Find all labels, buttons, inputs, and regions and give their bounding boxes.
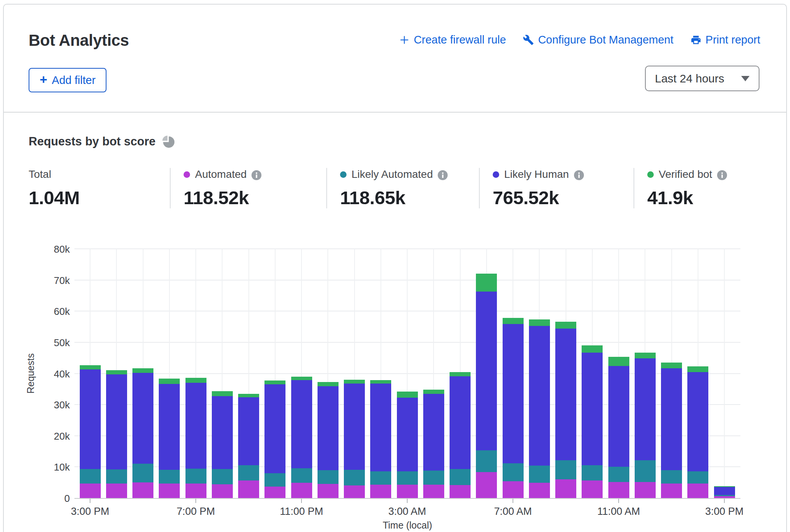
bar-segment-likely-automated	[661, 470, 682, 484]
chart-bar[interactable]	[212, 391, 233, 498]
stat-total: Total1.04M	[29, 168, 170, 208]
info-icon[interactable]	[438, 170, 448, 180]
time-range-select[interactable]: Last 24 hours	[645, 66, 759, 91]
info-icon[interactable]	[717, 170, 727, 180]
chart-bar[interactable]	[397, 392, 418, 498]
bar-segment-likely-automated	[397, 471, 418, 485]
chart-bar[interactable]	[344, 380, 365, 498]
chart-bar[interactable]	[687, 366, 708, 498]
bar-segment-likely-automated	[423, 471, 444, 485]
chart-bar[interactable]	[185, 378, 206, 498]
chart-bar[interactable]	[291, 377, 312, 498]
chart-bar[interactable]	[106, 370, 127, 498]
chart-bar[interactable]	[132, 368, 153, 498]
bar-segment-likely-human	[106, 374, 127, 469]
wrench-icon	[523, 34, 534, 45]
bar-segment-likely-automated	[238, 465, 259, 480]
add-filter-label: Add filter	[52, 74, 95, 87]
chart-bar[interactable]	[80, 365, 101, 498]
bar-segment-likely-human	[450, 376, 471, 469]
x-axis-tick-label: 7:00 PM	[163, 506, 228, 517]
x-axis-tick	[301, 499, 302, 503]
add-filter-button[interactable]: + Add filter	[29, 68, 106, 92]
bar-segment-likely-human	[529, 326, 550, 466]
bar-segment-automated	[476, 472, 497, 498]
bar-segment-likely-human	[608, 366, 629, 467]
info-icon[interactable]	[252, 170, 261, 180]
bar-segment-automated	[450, 485, 471, 498]
y-axis-title: Requests	[25, 350, 36, 396]
bar-segment-automated	[608, 482, 629, 498]
chart-bar[interactable]	[159, 379, 180, 498]
plus-icon	[399, 35, 410, 45]
bar-segment-verified-bot	[106, 370, 127, 374]
bar-segment-likely-human	[503, 324, 524, 463]
bar-segment-automated	[185, 484, 206, 498]
chart-bar[interactable]	[370, 380, 391, 498]
bar-segment-likely-human	[212, 396, 233, 469]
stat-label: Likely Automated	[351, 168, 433, 181]
chart-bar[interactable]	[529, 319, 550, 498]
bar-segment-likely-human	[476, 292, 497, 450]
chart-bar[interactable]	[661, 363, 682, 498]
stat-value: 118.65k	[340, 187, 471, 208]
bar-segment-verified-bot	[476, 274, 497, 292]
chart-bar[interactable]	[476, 273, 497, 498]
chart-bar[interactable]	[423, 390, 444, 498]
action-configure-bot-management[interactable]: Configure Bot Management	[523, 34, 674, 46]
chart-bar[interactable]	[450, 372, 471, 498]
bar-segment-likely-human	[582, 353, 603, 465]
bar-segment-likely-automated	[450, 469, 471, 485]
bar-segment-automated	[264, 487, 285, 498]
plus-icon: +	[40, 73, 47, 86]
chart-bar[interactable]	[555, 322, 576, 498]
bar-segment-automated	[503, 481, 524, 498]
x-axis-tick	[724, 499, 725, 503]
x-axis-tick-label: 3:00 AM	[375, 506, 440, 517]
bar-segment-likely-automated	[106, 469, 127, 484]
chart-bar[interactable]	[635, 353, 656, 498]
y-axis-tick-label: 70k	[35, 275, 70, 287]
bar-segment-automated	[159, 484, 180, 498]
bar-segment-automated	[397, 485, 418, 498]
stat-value: 118.52k	[184, 187, 319, 208]
bar-segment-likely-automated	[291, 468, 312, 483]
chart-bar[interactable]	[264, 380, 285, 498]
stat-likely-human: Likely Human765.52k	[479, 168, 634, 208]
x-axis-tick	[618, 499, 619, 503]
bar-segment-verified-bot	[318, 382, 339, 386]
legend-dot	[493, 171, 499, 178]
bar-segment-likely-human	[344, 384, 365, 470]
x-axis-tick-label: 11:00 PM	[269, 506, 334, 517]
action-label: Print report	[706, 34, 760, 46]
chart-bar[interactable]	[318, 382, 339, 498]
stat-value: 1.04M	[29, 187, 162, 208]
bar-segment-automated	[291, 483, 312, 498]
bar-segment-automated	[529, 483, 550, 498]
bar-segment-likely-automated	[80, 469, 101, 484]
action-create-firewall-rule[interactable]: Create firewall rule	[399, 34, 506, 46]
bar-segment-likely-human	[264, 384, 285, 473]
y-axis-tick-label: 30k	[35, 399, 70, 411]
chart-bar[interactable]	[503, 318, 524, 498]
bar-segment-verified-bot	[661, 363, 682, 369]
x-axis-tick	[407, 499, 408, 503]
chart-bar[interactable]	[608, 357, 629, 498]
bar-segment-automated	[212, 484, 233, 498]
chart-bar[interactable]	[238, 394, 259, 498]
action-print-report[interactable]: Print report	[690, 34, 760, 46]
bar-segment-verified-bot	[608, 357, 629, 366]
requests-by-bot-score-chart: 010k20k30k40k50k60k70k80k3:00 PM7:00 PM1…	[0, 229, 790, 532]
legend-dot	[340, 171, 347, 178]
bar-segment-likely-human	[423, 394, 444, 471]
bar-segment-automated	[370, 485, 391, 498]
chart-bar[interactable]	[714, 486, 735, 498]
time-range-value: Last 24 hours	[655, 72, 724, 85]
info-icon[interactable]	[574, 170, 584, 180]
chart-bar[interactable]	[582, 345, 603, 498]
bar-segment-automated	[80, 484, 101, 498]
bar-segment-automated	[423, 485, 444, 498]
x-axis-tick	[513, 499, 513, 503]
x-axis-tick-label: 3:00 PM	[58, 506, 123, 517]
y-axis-tick-label: 60k	[35, 306, 70, 318]
